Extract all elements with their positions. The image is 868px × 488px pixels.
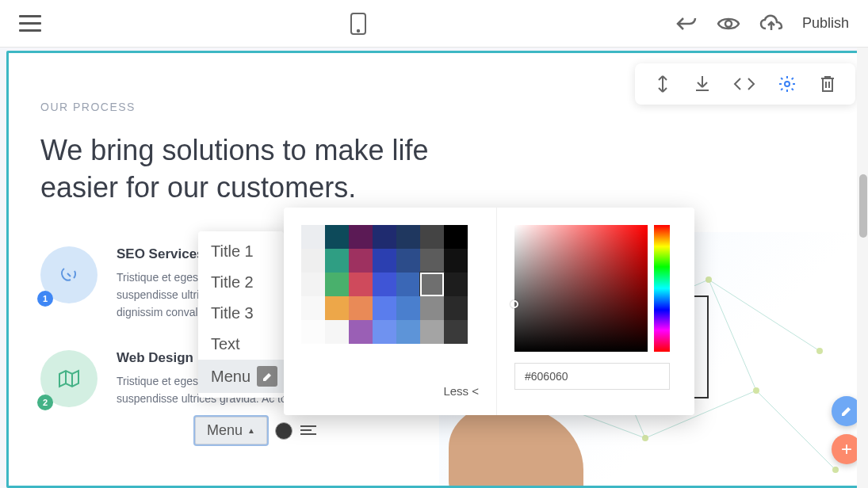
color-swatch[interactable] <box>420 320 444 344</box>
svg-point-14 <box>816 348 823 354</box>
delete-section-icon[interactable] <box>819 74 836 93</box>
text-style-option[interactable]: Text <box>198 329 284 360</box>
svg-line-10 <box>709 280 756 391</box>
color-swatch[interactable] <box>420 249 444 273</box>
text-style-option[interactable]: Title 2 <box>198 267 284 298</box>
save-section-icon[interactable] <box>694 74 711 93</box>
color-swatch[interactable] <box>349 296 373 320</box>
publish-button[interactable]: Publish <box>802 15 849 32</box>
svg-point-18 <box>832 467 839 473</box>
color-swatch[interactable] <box>373 296 396 320</box>
edit-style-icon[interactable] <box>257 366 277 387</box>
text-style-option-selected[interactable]: Menu <box>198 360 284 393</box>
text-align-button[interactable] <box>300 425 316 437</box>
color-swatch[interactable] <box>301 249 325 273</box>
color-swatch[interactable] <box>396 273 420 296</box>
color-swatch[interactable] <box>373 273 396 296</box>
topbar: Publish <box>0 0 868 48</box>
color-hex-input[interactable] <box>514 363 670 390</box>
vertical-scrollbar[interactable] <box>857 48 868 488</box>
color-swatch[interactable] <box>373 225 396 249</box>
color-swatch[interactable] <box>325 320 349 344</box>
svg-point-1 <box>358 29 359 31</box>
color-swatch[interactable] <box>325 225 349 249</box>
code-section-icon[interactable] <box>733 76 755 92</box>
color-swatch[interactable] <box>396 296 420 320</box>
color-swatch[interactable] <box>349 249 373 273</box>
svg-point-19 <box>785 82 790 86</box>
text-style-option[interactable]: Title 1 <box>198 236 284 267</box>
text-style-option[interactable]: Title 3 <box>198 298 284 329</box>
color-swatch[interactable] <box>373 249 396 273</box>
undo-icon[interactable] <box>675 14 698 33</box>
text-style-dropdown: Title 1 Title 2 Title 3 Text Menu <box>198 231 284 398</box>
svg-point-16 <box>642 435 648 441</box>
color-swatch[interactable] <box>444 249 468 273</box>
publish-cloud-icon[interactable] <box>759 14 783 33</box>
color-swatch[interactable] <box>444 273 468 296</box>
mobile-preview-icon[interactable] <box>350 12 367 36</box>
satval-cursor[interactable] <box>510 300 518 308</box>
color-picker-panel: Less < <box>284 208 694 415</box>
color-swatch[interactable] <box>396 320 420 344</box>
settings-section-icon[interactable] <box>778 74 797 93</box>
color-swatch[interactable] <box>420 296 444 320</box>
svg-line-8 <box>756 391 835 470</box>
color-swatch[interactable] <box>301 296 325 320</box>
svg-point-17 <box>753 387 759 394</box>
color-swatch[interactable] <box>349 225 373 249</box>
scrollbar-thumb[interactable] <box>859 174 867 238</box>
preview-eye-icon[interactable] <box>717 15 740 32</box>
feature-icon: 1 <box>40 246 98 303</box>
move-section-icon[interactable] <box>654 74 671 93</box>
svg-point-2 <box>725 21 732 27</box>
color-swatch[interactable] <box>420 273 444 296</box>
svg-point-13 <box>705 276 712 283</box>
color-swatch[interactable] <box>325 273 349 296</box>
color-hue-slider[interactable] <box>654 225 670 352</box>
color-swatch[interactable] <box>420 225 444 249</box>
color-swatch[interactable] <box>349 273 373 296</box>
color-less-toggle[interactable]: Less < <box>301 384 479 398</box>
svg-line-5 <box>709 280 820 351</box>
feature-badge: 1 <box>37 291 53 307</box>
color-swatch[interactable] <box>396 249 420 273</box>
color-swatch[interactable] <box>301 320 325 344</box>
color-swatch[interactable] <box>444 320 468 344</box>
color-satval-field[interactable] <box>514 225 648 352</box>
menu-hamburger-button[interactable] <box>19 15 41 32</box>
color-swatch[interactable] <box>325 249 349 273</box>
color-swatch[interactable] <box>301 225 325 249</box>
section-headline[interactable]: We bring solutions to make life easier f… <box>40 132 453 207</box>
color-swatch[interactable] <box>444 225 468 249</box>
color-swatch[interactable] <box>396 225 420 249</box>
text-inline-toolbar: Menu▲ <box>195 417 316 444</box>
color-swatch[interactable] <box>373 320 396 344</box>
feature-icon: 2 <box>40 350 98 407</box>
color-swatch[interactable] <box>301 273 325 296</box>
color-swatch[interactable] <box>325 296 349 320</box>
text-color-button[interactable] <box>275 422 293 440</box>
swatch-grid <box>301 225 479 344</box>
color-swatch[interactable] <box>349 320 373 344</box>
color-swatch[interactable] <box>444 296 468 320</box>
feature-badge: 2 <box>37 395 53 410</box>
text-style-menu-button[interactable]: Menu▲ <box>195 417 267 444</box>
section-toolbar <box>635 63 855 105</box>
